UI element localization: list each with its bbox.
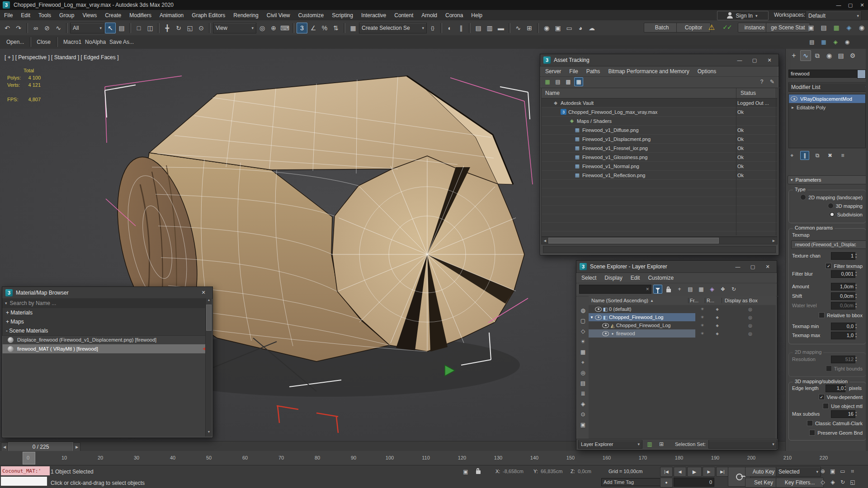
column-status[interactable]: Status bbox=[737, 90, 756, 96]
menu-item-server[interactable]: Server bbox=[541, 68, 565, 75]
select-and-link-button[interactable]: ∞ bbox=[30, 23, 41, 33]
spin-down-icon[interactable]: ▾ bbox=[855, 414, 857, 417]
group-header-maps[interactable]: + Maps bbox=[2, 317, 209, 327]
table-row[interactable]: ▦ Firewood_v1_Normal.png Ok bbox=[542, 162, 777, 171]
scroll-left-icon[interactable]: ◀ bbox=[542, 239, 548, 243]
tab-display[interactable]: ▤ bbox=[835, 50, 846, 61]
render-cell-icon[interactable]: ◆ bbox=[710, 324, 725, 328]
render-cell-icon[interactable]: ◆ bbox=[710, 315, 725, 319]
catmull-clark-row[interactable]: Classic Catmull-Clark bbox=[788, 420, 863, 426]
key-mode-dropdown[interactable]: Selected ▾ bbox=[776, 467, 821, 477]
display-box-cell-icon[interactable]: ◎ bbox=[725, 331, 776, 336]
spinner-arrows[interactable]: ▴▾ bbox=[855, 332, 857, 338]
bind-to-spacewarp-button[interactable]: ∿ bbox=[53, 23, 64, 33]
undo-button[interactable]: ↶ bbox=[2, 23, 13, 33]
filter-texmap-row[interactable]: ✓ Filter texmap bbox=[788, 263, 863, 269]
track-next-button[interactable]: ▶ bbox=[73, 442, 80, 451]
menu-item-customize[interactable]: Customize bbox=[294, 12, 328, 19]
list-item[interactable]: ◧ 0 (default) ✳ ◆ ◎ bbox=[589, 305, 776, 313]
material-editor-button[interactable]: ◉ bbox=[541, 23, 552, 33]
parameters-rollout-header[interactable]: ▾ Parameters bbox=[788, 175, 868, 184]
scroll-right-icon[interactable]: ▶ bbox=[770, 239, 777, 243]
column-display-box-header[interactable]: Display as Box bbox=[722, 298, 776, 303]
table-row[interactable]: ▦ Firewood_v1_Reflection.png Ok bbox=[542, 171, 777, 180]
menu-item-arnold[interactable]: Arnold bbox=[417, 12, 441, 19]
filter-funnel-icon[interactable] bbox=[653, 285, 662, 294]
filter-lights-icon[interactable]: ☀ bbox=[579, 337, 588, 346]
column-frozen-header[interactable]: Fr... bbox=[688, 298, 705, 303]
noalpha-button[interactable]: NoAlpha bbox=[85, 39, 106, 45]
scroll-down-icon[interactable]: ▼ bbox=[208, 430, 211, 436]
texmap-button[interactable]: rewood (Firewood_v1_Displac bbox=[791, 240, 868, 249]
layers-icon[interactable]: ▥ bbox=[645, 440, 654, 449]
spin-up-icon[interactable]: ▴ bbox=[855, 271, 857, 274]
filter-containers-icon[interactable]: ▣ bbox=[579, 420, 588, 429]
spin-down-icon[interactable]: ▾ bbox=[855, 296, 857, 299]
show-end-result-button[interactable]: ∥ bbox=[800, 151, 809, 160]
coordinate-system-dropdown[interactable]: View ▾ bbox=[213, 23, 256, 33]
coord-z-value[interactable]: 0,0cm bbox=[578, 469, 591, 474]
checkbox-icon[interactable] bbox=[809, 430, 815, 436]
view-list-icon[interactable]: ▤ bbox=[553, 77, 562, 86]
selection-set-dropdown[interactable]: ▾ bbox=[708, 440, 777, 449]
table-row[interactable]: ◆ Autodesk Vault Logged Out ... bbox=[542, 99, 777, 108]
maximize-button[interactable]: ▢ bbox=[747, 263, 759, 271]
material-list-item-selected[interactable]: firewood_MAT ( VRayMtl ) [firewood] bbox=[2, 344, 211, 353]
shift-field[interactable]: 0,0cm bbox=[831, 292, 855, 300]
select-and-move-button[interactable]: ╋ bbox=[162, 23, 173, 33]
use-pivot-center-button[interactable]: ◎ bbox=[257, 23, 268, 33]
filter-cameras-icon[interactable]: ⌖ bbox=[579, 358, 588, 367]
checkbox-icon[interactable] bbox=[819, 312, 825, 318]
menu-item-graph-editors[interactable]: Graph Editors bbox=[188, 12, 229, 19]
material-list-item[interactable]: Displace_firewood (Firewood_v1_Displacem… bbox=[2, 335, 211, 344]
eye-icon[interactable] bbox=[602, 323, 609, 328]
key-filters-button[interactable]: Key Filters... bbox=[776, 478, 824, 488]
selection-region-button[interactable]: □ bbox=[133, 23, 144, 33]
spin-down-icon[interactable]: ▾ bbox=[855, 286, 857, 290]
tab-hierarchy[interactable]: ⧉ bbox=[812, 50, 823, 61]
menu-item-group[interactable]: Group bbox=[55, 12, 78, 19]
help-icon[interactable]: ? bbox=[757, 77, 766, 86]
modifier-list-dropdown[interactable]: Modifier List ▾ bbox=[788, 82, 868, 92]
scroll-up-icon[interactable]: ▲ bbox=[208, 298, 211, 305]
menu-item-display[interactable]: Display bbox=[600, 275, 626, 281]
go-to-start-button[interactable]: |◀ bbox=[660, 467, 673, 477]
selection-filter-dropdown[interactable]: All ▾ bbox=[70, 23, 104, 33]
column-name-header[interactable]: Name (Sorted Ascending) bbox=[589, 298, 648, 303]
material-browser-titlebar[interactable]: 3 Material/Map Browser ✕ bbox=[2, 287, 212, 299]
filter-geometry-icon[interactable]: ▦ bbox=[579, 347, 588, 357]
spin-down-icon[interactable]: ▾ bbox=[855, 326, 857, 329]
toolbar-extra-icon-4[interactable]: ◈ bbox=[844, 22, 854, 33]
panel-scrollbar[interactable] bbox=[866, 49, 868, 451]
pick-parent-icon[interactable]: + bbox=[675, 285, 684, 294]
material-vscrollbar[interactable]: ▲ ▼ bbox=[205, 298, 212, 436]
select-object-button[interactable]: ↖ bbox=[105, 23, 116, 33]
spin-up-icon[interactable]: ▴ bbox=[855, 253, 857, 256]
key-mode-toggle-button[interactable]: ● bbox=[660, 478, 673, 488]
checkbox-icon[interactable] bbox=[823, 403, 829, 409]
menu-item-options[interactable]: Options bbox=[693, 68, 720, 75]
menu-item-customize[interactable]: Customize bbox=[644, 275, 678, 281]
relative-bbox-row[interactable]: Relative to bbox bbox=[788, 312, 863, 318]
maximize-button[interactable]: ▢ bbox=[749, 56, 760, 64]
previous-frame-button[interactable]: ◀ bbox=[674, 467, 686, 477]
modifier-enable-icon[interactable] bbox=[791, 96, 797, 101]
select-and-manipulate-button[interactable]: ⊕ bbox=[268, 23, 279, 33]
viewport-label[interactable]: [ + ] [ Perspective ] [ Standard ] [ Edg… bbox=[5, 54, 118, 61]
menu-item-civil-view[interactable]: Civil View bbox=[263, 12, 294, 19]
texmap-max-field[interactable]: 1,0 bbox=[831, 332, 855, 339]
edit-named-selections-button[interactable]: {} bbox=[427, 23, 438, 33]
double-check-icon[interactable]: ✓✓ bbox=[720, 22, 734, 33]
eye-icon[interactable] bbox=[595, 315, 602, 320]
orbit-icon[interactable]: ↻ bbox=[838, 478, 847, 487]
scene-explorer-titlebar[interactable]: 3 Scene Explorer - Layer Explorer — ▢ ✕ bbox=[576, 261, 777, 273]
tab-create[interactable]: + bbox=[788, 50, 799, 61]
column-name[interactable]: Name bbox=[542, 90, 737, 96]
group-header-scene-materials[interactable]: - Scene Materials bbox=[2, 326, 209, 336]
column-render-header[interactable]: R... bbox=[705, 298, 722, 303]
spin-up-icon[interactable]: ▴ bbox=[855, 293, 857, 296]
unlink-selection-button[interactable]: ⊘ bbox=[42, 23, 52, 33]
toolbar-extra-icon-1[interactable]: ▣ bbox=[806, 22, 816, 33]
use-object-mtl-row[interactable]: Use object mtl bbox=[788, 403, 863, 409]
zoom-extents-icon[interactable]: ▭ bbox=[838, 467, 847, 476]
